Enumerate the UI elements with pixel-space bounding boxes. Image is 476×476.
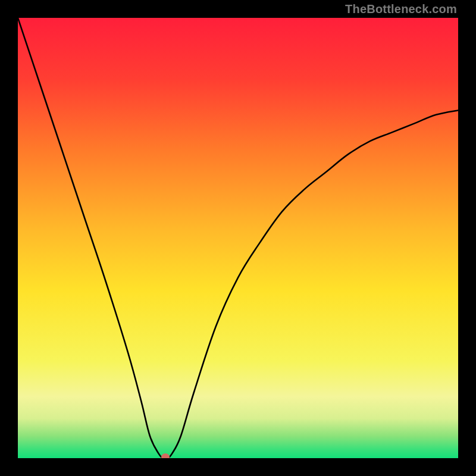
bottleneck-curve (18, 18, 458, 458)
watermark-text: TheBottleneck.com (345, 2, 457, 16)
plot-area (18, 18, 458, 458)
chart-stage: TheBottleneck.com (0, 0, 476, 476)
minimum-marker (161, 453, 170, 458)
